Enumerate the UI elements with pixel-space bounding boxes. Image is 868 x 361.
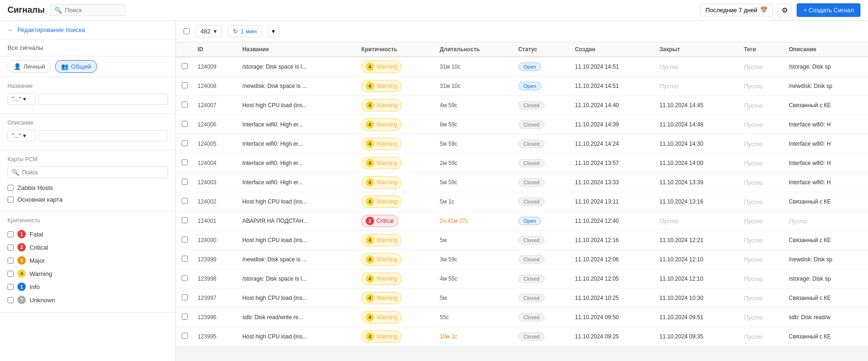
pcm-item-main-checkbox[interactable] <box>8 196 14 203</box>
tab-shared[interactable]: 👥 Общий <box>55 60 97 73</box>
status-badge: Closed <box>518 313 545 322</box>
table-row: 124002 Host high CPU load (ins... 4 Warn… <box>176 192 868 212</box>
row-name[interactable]: АВАРИЯ НА ПОДСТАН... <box>238 212 357 231</box>
severity-critical[interactable]: 2 Critical <box>8 241 168 254</box>
row-closed: 11.10.2024 14:48 <box>655 115 739 134</box>
row-name[interactable]: Interface wifi0: High er... <box>238 173 357 192</box>
row-checkbox[interactable] <box>182 314 188 320</box>
pcm-item-main-label: Основная карта <box>17 196 62 203</box>
pcm-item-main[interactable]: Основная карта <box>8 194 168 205</box>
severity-pill: 4 Warning <box>361 273 401 285</box>
row-checkbox[interactable] <box>182 159 188 165</box>
severity-fatal[interactable]: 1 Fatal <box>8 228 168 241</box>
severity-major[interactable]: 3 Major <box>8 254 168 267</box>
row-checkbox[interactable] <box>182 294 188 300</box>
severity-critical-checkbox[interactable] <box>8 244 14 251</box>
description-field-row: "..." ▾ <box>8 130 168 141</box>
row-name[interactable]: Host high CPU load (ins... <box>238 289 357 308</box>
row-status: Closed <box>514 115 570 134</box>
row-checkbox-cell <box>176 250 193 269</box>
description-filter-input[interactable] <box>38 130 168 141</box>
severity-major-checkbox[interactable] <box>8 258 14 264</box>
pcm-search-input[interactable] <box>22 169 164 176</box>
pcm-search-row[interactable]: 🔍 <box>8 166 168 178</box>
tab-personal[interactable]: 👤 Личный <box>8 60 51 73</box>
severity-fatal-checkbox[interactable] <box>8 231 14 237</box>
row-checkbox[interactable] <box>182 275 188 281</box>
row-checkbox[interactable] <box>182 63 188 69</box>
table-row: 124009 /storage: Disk space is l... 4 Wa… <box>176 57 868 77</box>
row-name[interactable]: Host high CPU load (ins... <box>238 96 357 115</box>
back-button[interactable]: ← Редактирование поиска <box>0 21 176 39</box>
row-name[interactable]: sdb: Disk read/write re... <box>238 308 357 327</box>
severity-warning-checkbox[interactable] <box>8 271 14 277</box>
row-checkbox[interactable] <box>182 217 188 223</box>
count-badge[interactable]: 482 ▾ <box>195 25 222 37</box>
row-created: 11.10.2024 13:33 <box>570 173 655 192</box>
row-checkbox[interactable] <box>182 333 188 339</box>
signals-table: ID Название Критичность Длительность Ста… <box>176 42 868 346</box>
refresh-button[interactable]: ↻ 1 мин <box>228 25 262 37</box>
row-name[interactable]: Host high CPU load (ins... <box>238 327 357 346</box>
row-name[interactable]: /newdisk: Disk space is ... <box>238 250 357 269</box>
status-badge: Closed <box>518 332 545 341</box>
settings-icon-button[interactable]: ⚙ <box>777 3 792 17</box>
row-closed: 11.10.2024 10:30 <box>655 289 739 308</box>
row-checkbox-cell <box>176 115 193 134</box>
table-row: 124006 Interface wifi0: High er... 4 War… <box>176 115 868 134</box>
row-checkbox[interactable] <box>182 82 188 88</box>
row-id: 123996 <box>193 308 238 327</box>
severity-info[interactable]: 1 Info <box>8 280 168 293</box>
severity-warning[interactable]: 4 Warning <box>8 267 168 280</box>
row-name[interactable]: Interface wifi0: High er... <box>238 115 357 134</box>
tab-personal-label: Личный <box>23 63 45 70</box>
severity-pill: 4 Warning <box>361 157 401 169</box>
name-filter-input[interactable] <box>38 94 168 105</box>
row-name[interactable]: /newdisk: Disk space is ... <box>238 77 357 96</box>
severity-info-checkbox[interactable] <box>8 284 14 290</box>
row-checkbox[interactable] <box>182 179 188 185</box>
severity-major-badge: 3 <box>17 256 26 265</box>
select-all-checkbox[interactable] <box>184 28 190 34</box>
search-box[interactable]: 🔍 <box>50 4 125 16</box>
severity-warning-label: Warning <box>30 270 52 277</box>
severity-unknown[interactable]: ? Unknown <box>8 293 168 306</box>
row-checkbox-cell <box>176 134 193 154</box>
row-id: 124009 <box>193 57 238 77</box>
row-checkbox[interactable] <box>182 198 188 204</box>
row-checkbox[interactable] <box>182 236 188 243</box>
row-name[interactable]: Interface wifi0: High er... <box>238 134 357 154</box>
row-checkbox[interactable] <box>182 102 188 108</box>
row-tags: Пусто <box>739 57 784 77</box>
severity-num: 2 <box>366 217 374 225</box>
chevron-down-icon: ▾ <box>272 28 275 35</box>
description-operator-select[interactable]: "..." ▾ <box>8 130 36 141</box>
pcm-item-zabbix[interactable]: Zabbix Hosts <box>8 182 168 194</box>
search-input[interactable] <box>65 7 121 14</box>
row-name[interactable]: Host high CPU load (ins... <box>238 231 357 250</box>
severity-unknown-checkbox[interactable] <box>8 297 14 303</box>
row-created: 11.10.2024 12:16 <box>570 231 655 250</box>
row-closed: 11.10.2024 13:16 <box>655 192 739 212</box>
row-description: Связанный с КЕ <box>784 192 868 212</box>
row-name[interactable]: Host high CPU load (ins... <box>238 192 357 212</box>
severity-num: 4 <box>366 120 374 129</box>
row-checkbox[interactable] <box>182 140 188 146</box>
name-operator-select[interactable]: "..." ▾ <box>8 93 36 105</box>
pcm-item-zabbix-checkbox[interactable] <box>8 185 14 191</box>
row-checkbox[interactable] <box>182 256 188 262</box>
row-name[interactable]: /storage: Disk space is l... <box>238 57 357 77</box>
create-signal-button[interactable]: + Создать Сигнал <box>797 3 860 17</box>
date-range-button[interactable]: Последние 7 дней 📅 <box>700 4 773 16</box>
more-options-button[interactable]: ▾ <box>268 25 279 37</box>
table-row: 123999 /newdisk: Disk space is ... 4 War… <box>176 250 868 269</box>
row-status: Closed <box>514 192 570 212</box>
row-duration: 5м 1с <box>435 192 514 212</box>
row-name[interactable]: Interface wifi0: High er... <box>238 154 357 173</box>
table-row: 124003 Interface wifi0: High er... 4 War… <box>176 173 868 192</box>
refresh-label: 1 мин <box>241 28 257 35</box>
row-name[interactable]: /storage: Disk space is l... <box>238 269 357 289</box>
row-status: Closed <box>514 134 570 154</box>
sidebar: ← Редактирование поиска Все сигналы 👤 Ли… <box>0 21 176 361</box>
row-checkbox[interactable] <box>182 121 188 127</box>
